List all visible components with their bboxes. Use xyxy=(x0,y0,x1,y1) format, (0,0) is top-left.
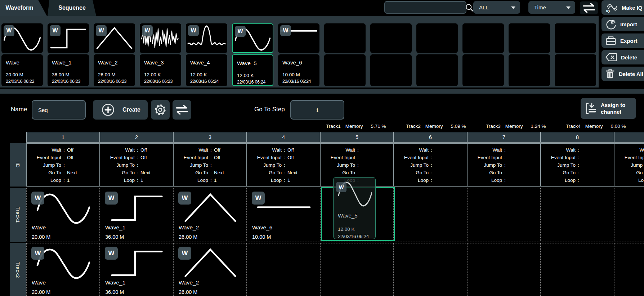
waveform-thumbnail: W xyxy=(1,23,43,53)
step-2-params[interactable]: Wait:Off Event Input:Off Jump To: Go To:… xyxy=(100,143,173,187)
waveform-tile-wave3[interactable]: W Wave_3 12.00 K 22/03/16 06:23 xyxy=(140,23,181,88)
delete-all-button[interactable]: Delete All xyxy=(601,67,644,81)
track1-step9-cell[interactable] xyxy=(614,188,644,242)
search-input[interactable] xyxy=(385,4,465,10)
step-8-params[interactable]: Wait: Event Input: Jump To: Go To: Loop: xyxy=(541,143,614,187)
waveform-name: Wave xyxy=(6,59,43,66)
waveform-size: 12.00 K xyxy=(190,72,227,77)
step-header-1[interactable]: 1 xyxy=(26,132,100,143)
step-4-params[interactable]: Wait:Off Event Input:Off Jump To: Go To:… xyxy=(247,143,320,187)
track2-step5-cell[interactable] xyxy=(320,243,394,296)
assign-to-channel-button[interactable]: Assign tochannel xyxy=(581,98,636,119)
track1-step7-cell[interactable] xyxy=(467,188,541,242)
step-7-params[interactable]: Wait: Event Input: Jump To: Go To: Loop: xyxy=(467,143,541,187)
step-3-params[interactable]: Wait:Off Event Input:Off Jump To: Go To:… xyxy=(173,143,247,187)
cell-waveform-name: Wave_1 xyxy=(105,224,125,231)
waveform-tile-wave5-selected[interactable]: W Wave_5 12.00 K 22/03/16 06:24 xyxy=(232,23,273,88)
reorder-steps-button[interactable] xyxy=(173,100,191,120)
step-header-2[interactable]: 2 xyxy=(100,132,173,143)
cell-waveform-size: 20.00 M xyxy=(32,234,50,240)
waveform-type-badge: W xyxy=(178,192,191,205)
sequence-settings-button[interactable] xyxy=(151,100,170,120)
delete-button[interactable]: Delete xyxy=(601,50,644,64)
step-header-4[interactable]: 4 xyxy=(247,132,320,143)
dragged-waveform-card[interactable]: W Wave_5 12.00 K 22/03/16 06:24 xyxy=(333,177,376,239)
track4-memory: Track4Memory0.00 % xyxy=(566,124,626,129)
step-header-3[interactable]: 3 xyxy=(173,132,247,143)
tab-waveform[interactable]: Waveform xyxy=(0,0,47,16)
waveform-name: Wave_1 xyxy=(52,59,89,66)
track1-step8-cell[interactable] xyxy=(541,188,614,242)
step-9-params[interactable]: Wait: Event Input: Jump To: Go To: Loop: xyxy=(614,143,644,187)
iq-wave-icon: IQ xyxy=(605,2,618,13)
sort-order-toggle[interactable] xyxy=(580,1,598,14)
track2-step3-cell[interactable]: W Wave_2 26.00 M xyxy=(173,243,247,296)
track2-step1-cell[interactable]: W Wave 20.00 M xyxy=(26,243,100,296)
step-header-6[interactable]: 6 xyxy=(394,132,467,143)
track1-step4-cell[interactable]: W Wave_6 10.00 M xyxy=(247,188,320,242)
export-button[interactable]: Export xyxy=(601,33,644,48)
waveform-tile-wave6[interactable]: W Wave_6 10.00 M 22/03/16 06:24 xyxy=(278,23,319,88)
track1-step3-cell[interactable]: W Wave_2 26.00 M xyxy=(173,188,247,242)
cell-waveform-name: Wave xyxy=(32,224,46,231)
make-iq-button[interactable]: IQ Make IQ xyxy=(601,0,644,15)
waveform-path xyxy=(112,251,162,275)
track1-memory: Track1Memory5.71 % xyxy=(326,124,386,129)
waveform-info: Wave_3 12.00 K 22/03/16 06:23 xyxy=(140,54,181,86)
waveform-type-badge: W xyxy=(178,247,191,260)
waveform-name: Wave_2 xyxy=(98,59,135,66)
assign-label: Assign tochannel xyxy=(601,102,625,115)
assign-channel-icon xyxy=(585,102,597,115)
waveform-tile-empty xyxy=(370,23,412,88)
waveform-tile-wave1[interactable]: W Wave_1 36.00 M 22/03/16 06:23 xyxy=(48,23,89,88)
plus-circle-icon xyxy=(102,103,115,116)
sort-dropdown[interactable]: Time xyxy=(528,1,575,14)
search-box[interactable] xyxy=(384,1,466,14)
track1-step1-cell[interactable]: W Wave 20.00 M xyxy=(26,188,100,242)
waveform-list-scrollbar[interactable] xyxy=(0,89,644,94)
step-header-5[interactable]: 5 xyxy=(320,132,394,143)
cell-waveform-name: Wave_2 xyxy=(179,224,199,231)
waveform-info: Wave_2 26.00 M 22/03/16 06:23 xyxy=(94,54,135,86)
export-icon xyxy=(605,35,617,46)
tab-sequence-label: Sequence xyxy=(58,5,86,11)
track2-step7-cell[interactable] xyxy=(467,243,541,296)
track1-step6-cell[interactable] xyxy=(394,188,467,242)
waveform-path xyxy=(185,250,236,276)
step-6-params[interactable]: Wait: Event Input: Jump To: Go To: Loop: xyxy=(394,143,467,187)
step-1-params[interactable]: Wait:Off Event Input:Off Jump To: Go To:… xyxy=(26,143,100,187)
import-button[interactable]: Import xyxy=(601,17,644,31)
row-label-track2: Track2 xyxy=(10,243,26,296)
track2-step6-cell[interactable] xyxy=(394,243,467,296)
waveform-type-badge: W xyxy=(142,25,153,36)
create-button[interactable]: Create xyxy=(93,100,148,120)
waveform-name: Wave_3 xyxy=(144,59,181,66)
sequence-name-input[interactable] xyxy=(32,100,86,120)
track2-step8-cell[interactable] xyxy=(541,243,614,296)
step-header-9[interactable] xyxy=(614,132,644,143)
cell-waveform-name: Wave_1 xyxy=(105,279,125,286)
track2-step9-cell[interactable] xyxy=(614,243,644,296)
step-header-8[interactable]: 8 xyxy=(541,132,614,143)
waveform-date: 22/03/16 06:23 xyxy=(52,79,89,84)
waveform-tile-empty xyxy=(324,23,366,88)
waveform-size: 26.00 M xyxy=(98,72,135,77)
waveform-tile-wave[interactable]: W Wave 20.00 M 22/03/16 06:22 xyxy=(1,23,43,88)
waveform-tile-wave4[interactable]: W Wave_4 12.00 K 22/03/16 06:24 xyxy=(186,23,227,88)
goto-step-input[interactable] xyxy=(290,100,344,120)
waveform-date: 22/03/16 06:23 xyxy=(98,79,135,84)
cell-waveform-name: Wave xyxy=(32,279,46,286)
track1-step2-cell[interactable]: W Wave_1 36.00 M xyxy=(100,188,173,242)
cell-waveform-size: 20.00 M xyxy=(32,289,50,295)
export-label: Export xyxy=(620,38,638,44)
waveform-type-badge: W xyxy=(235,26,246,37)
waveform-date: 22/03/16 06:24 xyxy=(237,80,273,85)
step-header-7[interactable]: 7 xyxy=(467,132,541,143)
import-icon xyxy=(605,18,617,30)
track2-step2-cell[interactable]: W Wave_1 36.00 M xyxy=(100,243,173,296)
filter-type-dropdown[interactable]: ALL xyxy=(473,1,520,14)
waveform-tile-wave2[interactable]: W Wave_2 26.00 M 22/03/16 06:23 xyxy=(94,23,135,88)
tab-sequence[interactable]: Sequence xyxy=(47,0,97,16)
delete-label: Delete xyxy=(621,54,637,60)
track2-step4-cell[interactable] xyxy=(247,243,320,296)
